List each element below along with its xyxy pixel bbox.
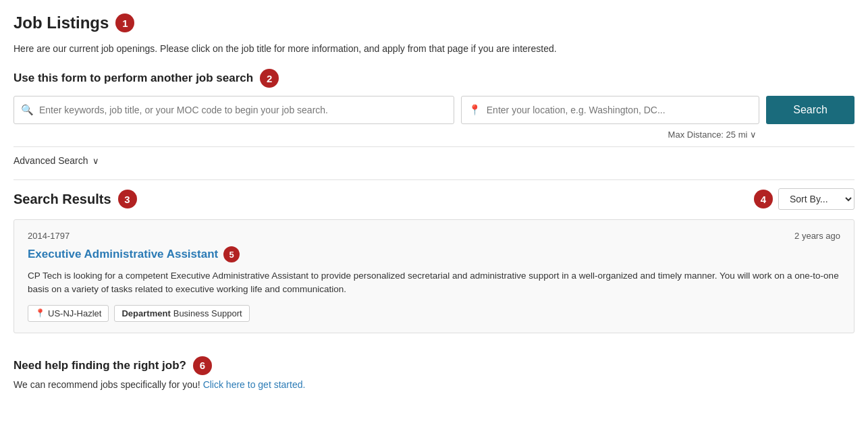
advanced-search-row[interactable]: Advanced Search ∨	[13, 146, 855, 166]
max-distance-row: Max Distance: 25 mi ∨	[13, 130, 855, 140]
job-description: CP Tech is looking for a competent Execu…	[28, 269, 840, 297]
results-badge: 3	[118, 190, 137, 208]
job-location-value: US-NJ-Hazlet	[48, 308, 101, 318]
help-link[interactable]: Click here to get started.	[203, 379, 306, 390]
page-title: Job Listings	[13, 13, 109, 32]
search-section-title-row: Use this form to perform another job sea…	[13, 69, 855, 88]
job-posted-time: 2 years ago	[794, 231, 840, 241]
job-card: 2014-1797 2 years ago Executive Administ…	[13, 219, 855, 333]
job-tag-department: DepartmentBusiness Support	[114, 305, 249, 322]
max-distance-label[interactable]: Max Distance: 25 mi	[668, 130, 748, 140]
job-tag-location: 📍 US-NJ-Hazlet	[28, 305, 109, 322]
keyword-input[interactable]	[39, 96, 447, 123]
location-input[interactable]	[487, 96, 753, 123]
help-title-row: Need help finding the right job? 6	[13, 356, 855, 375]
help-section: Need help finding the right job? 6 We ca…	[13, 349, 855, 390]
results-header-row: Search Results 3 4 Sort By... Date Relev…	[13, 188, 855, 210]
job-card-top-row: 2014-1797 2 years ago	[28, 231, 840, 241]
job-title-badge: 5	[223, 246, 240, 262]
search-keyword-icon: 🔍	[21, 104, 34, 116]
job-title-link[interactable]: Executive Administrative Assistant 5	[28, 246, 840, 262]
sort-by-wrapper: 4 Sort By... Date Relevance	[754, 188, 855, 210]
advanced-search-label[interactable]: Advanced Search	[13, 155, 88, 166]
max-distance-chevron[interactable]: ∨	[750, 130, 757, 140]
help-badge: 6	[193, 356, 212, 375]
department-label: Department	[121, 308, 170, 318]
results-title: Search Results	[13, 192, 111, 207]
sort-by-select[interactable]: Sort By... Date Relevance	[778, 188, 855, 210]
search-section-title: Use this form to perform another job sea…	[13, 72, 253, 85]
job-tags-row: 📍 US-NJ-Hazlet DepartmentBusiness Suppor…	[28, 305, 840, 322]
advanced-search-chevron-icon[interactable]: ∨	[92, 156, 99, 166]
help-description: We can recommend jobs specifically for y…	[13, 379, 855, 390]
search-section-badge: 2	[260, 69, 279, 88]
divider	[13, 179, 855, 180]
department-value: Business Support	[173, 308, 242, 318]
help-text: We can recommend jobs specifically for y…	[13, 379, 200, 390]
search-bar-row: 🔍 📍 Search	[13, 96, 855, 124]
page-title-section: Job Listings 1	[13, 13, 855, 32]
page-title-badge: 1	[115, 13, 134, 32]
help-title: Need help finding the right job?	[13, 359, 186, 372]
sort-badge: 4	[754, 190, 773, 208]
page-description: Here are our current job openings. Pleas…	[13, 43, 855, 54]
results-title-row: Search Results 3	[13, 190, 137, 208]
keyword-input-wrapper: 🔍	[13, 96, 454, 124]
search-button[interactable]: Search	[766, 96, 855, 124]
location-input-wrapper: 📍	[461, 96, 760, 124]
location-tag-icon: 📍	[35, 308, 45, 318]
job-title: Executive Administrative Assistant	[28, 248, 218, 261]
job-id: 2014-1797	[28, 231, 70, 241]
location-pin-icon: 📍	[468, 104, 481, 116]
